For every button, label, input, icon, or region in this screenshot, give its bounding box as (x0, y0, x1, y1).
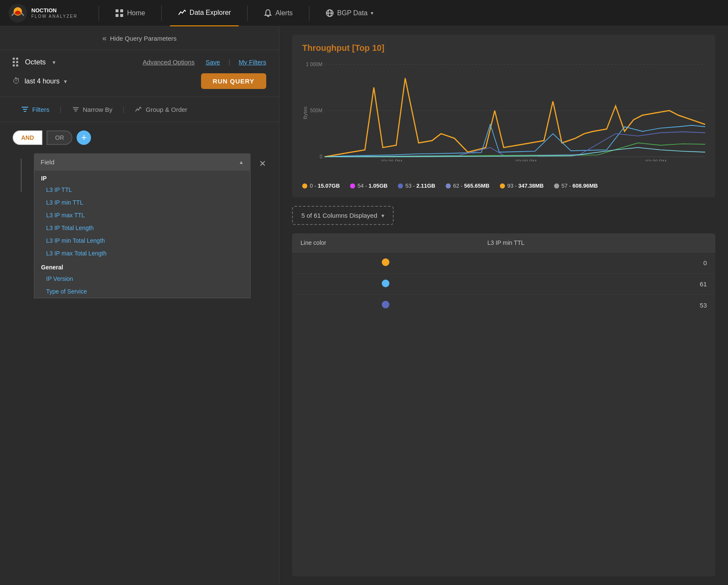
bell-icon (264, 9, 272, 17)
logo-subtitle: FLOW ANALYZER (31, 14, 77, 19)
top-navigation: NOCTION FLOW ANALYZER Home Data Explorer… (0, 0, 728, 26)
field-dropdown-label: Field (41, 158, 55, 166)
hide-query-label: Hide Query Parameters (110, 35, 177, 42)
line-color-dot-0 (382, 258, 389, 266)
chart-icon (178, 8, 186, 17)
table-row: 0 (292, 252, 715, 274)
legend-dot-54 (350, 183, 355, 189)
columns-display-label: 5 of 61 Columns Displayed (301, 212, 377, 219)
legend-label-0: 0 - 15.07GB (310, 183, 340, 189)
logo-text-block: NOCTION FLOW ANALYZER (31, 7, 77, 19)
col-line-color: Line color (292, 233, 479, 252)
main-layout: « Hide Query Parameters Octets ▾ Advance… (0, 26, 728, 585)
table-body: 0 61 53 (292, 252, 715, 316)
dropdown-item-l3-ip-min-ttl[interactable]: L3 IP min TTL (34, 196, 250, 209)
advanced-options-link[interactable]: Advanced Options (143, 58, 195, 66)
field-dropdown-header[interactable]: Field ▲ (34, 153, 251, 171)
legend-dot-53 (398, 183, 403, 189)
close-filter-button[interactable]: ✕ (259, 158, 266, 169)
chart-legend: 0 - 15.07GB 54 - 1.05GB 53 - 2.11GB 62 -… (302, 183, 705, 189)
hide-chevrons-icon: « (102, 34, 107, 43)
octets-chevron-down[interactable]: ▾ (52, 59, 55, 66)
time-label: last 4 hours (25, 78, 60, 85)
nav-home[interactable]: Home (108, 0, 153, 26)
connector-line (21, 158, 22, 192)
field-dropdown-arrow: ▲ (239, 159, 244, 165)
legend-label-54: 54 - 1.05GB (358, 183, 388, 189)
tab-narrow-by[interactable]: Narrow By (63, 103, 121, 116)
legend-dot-57 (554, 183, 559, 189)
narrow-by-icon (72, 105, 80, 113)
time-chevron-down[interactable]: ▾ (64, 78, 67, 85)
or-button[interactable]: OR (47, 130, 72, 145)
nav-divider-3 (247, 6, 248, 21)
legend-item-0: 0 - 15.07GB (302, 183, 340, 189)
nav-data-explorer[interactable]: Data Explorer (170, 0, 239, 26)
svg-rect-5 (120, 14, 123, 17)
filter-row: Field ▲ IP L3 IP TTL L3 IP min TTL L3 IP… (13, 153, 266, 298)
svg-text:500M: 500M (310, 108, 323, 114)
table-row: 53 (292, 295, 715, 316)
table-cell-dot-0 (292, 252, 479, 274)
nav-divider-4 (309, 6, 309, 21)
dropdown-item-l3-ip-total-length[interactable]: L3 IP Total Length (34, 222, 250, 234)
dropdown-item-l3-ip-max-total-length[interactable]: L3 IP max Total Length (34, 247, 250, 260)
logo-icon (8, 4, 27, 22)
run-query-button[interactable]: RUN QUERY (201, 73, 266, 89)
octets-label: Octets (25, 58, 46, 67)
table-cell-value-2: 53 (479, 295, 715, 316)
chart-title: Throughput [Top 10] (302, 43, 705, 53)
throughput-svg: 1 000M 500M 0 02:30 PM 03:00 PM 03:30 PM… (302, 60, 705, 161)
svg-rect-3 (120, 9, 123, 12)
svg-rect-4 (116, 14, 119, 17)
dropdown-item-type-of-service[interactable]: Type of Service (34, 285, 250, 298)
nav-alerts[interactable]: Alerts (256, 0, 301, 26)
dropdown-item-l3-ip-min-total-length[interactable]: L3 IP min Total Length (34, 234, 250, 247)
field-dropdown-list[interactable]: IP L3 IP TTL L3 IP min TTL L3 IP max TTL… (34, 171, 251, 298)
grid-dots-icon[interactable] (13, 58, 18, 67)
hide-query-parameters[interactable]: « Hide Query Parameters (0, 26, 279, 50)
my-filters-link[interactable]: My Filters (239, 58, 266, 66)
nav-data-explorer-label: Data Explorer (190, 9, 231, 17)
table-cell-dot-2 (292, 295, 479, 316)
nav-bgp-chevron: ▾ (371, 10, 373, 16)
nav-alerts-label: Alerts (276, 9, 293, 17)
table-row: 61 (292, 274, 715, 295)
add-filter-button[interactable]: + (77, 130, 91, 145)
filter-content: AND OR + Field ▲ IP L3 IP TTL L3 IP m (0, 122, 279, 585)
results-table: Line color L3 IP min TTL 0 (292, 233, 715, 316)
svg-rect-2 (116, 9, 119, 12)
columns-display-button[interactable]: 5 of 61 Columns Displayed ▾ (292, 206, 394, 225)
field-dropdown-container: Field ▲ IP L3 IP TTL L3 IP min TTL L3 IP… (34, 153, 251, 298)
dropdown-item-l3-ip-max-ttl[interactable]: L3 IP max TTL (34, 209, 250, 222)
filter-tabs: Filters | Narrow By | Group & Order (0, 97, 279, 122)
svg-text:0: 0 (320, 154, 323, 160)
nav-bgp-data[interactable]: BGP Data ▾ (318, 0, 381, 26)
svg-text:02:30 PM: 02:30 PM (381, 159, 403, 161)
dropdown-item-l3-ip-ttl[interactable]: L3 IP TTL (34, 183, 250, 196)
grid-icon (115, 9, 124, 17)
data-table: Line color L3 IP min TTL 0 (292, 233, 715, 577)
tab-group-order[interactable]: Group & Order (126, 103, 196, 116)
svg-text:03:30 PM: 03:30 PM (645, 159, 667, 161)
columns-display-section: 5 of 61 Columns Displayed ▾ (292, 206, 715, 225)
nav-divider-1 (99, 6, 99, 21)
legend-item-53: 53 - 2.11GB (398, 183, 436, 189)
col-l3-ip-min-ttl: L3 IP min TTL (479, 233, 715, 252)
tab-filters[interactable]: Filters (13, 103, 58, 116)
globe-icon (325, 9, 334, 17)
legend-item-57: 57 - 608.96MB (554, 183, 598, 189)
legend-label-53: 53 - 2.11GB (405, 183, 436, 189)
legend-label-93: 93 - 347.38MB (507, 183, 544, 189)
legend-label-57: 57 - 608.96MB (562, 183, 598, 189)
save-link[interactable]: Save (206, 58, 220, 66)
legend-dot-62 (446, 183, 451, 189)
table-cell-value-1: 61 (479, 274, 715, 295)
group-order-icon (135, 105, 142, 113)
and-button[interactable]: AND (13, 130, 42, 145)
svg-rect-9 (73, 107, 79, 108)
legend-label-62: 62 - 565.65MB (453, 183, 490, 189)
dropdown-item-ip-version[interactable]: IP Version (34, 272, 250, 285)
tab-group-order-label: Group & Order (146, 106, 187, 113)
category-ip: IP (34, 171, 250, 183)
